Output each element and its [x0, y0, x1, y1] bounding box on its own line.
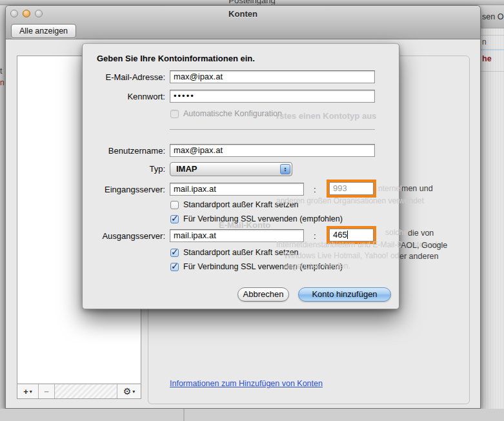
- background-left-edge: t n: [0, 5, 5, 421]
- email-input[interactable]: max@ipax.at: [170, 70, 375, 83]
- account-type-popup[interactable]: IMAP ▲▼: [170, 162, 292, 176]
- add-account-dialog: Geben Sie Ihre Kontoinformationen ein. E…: [82, 43, 399, 309]
- incoming-port-separator: :: [314, 185, 316, 194]
- outgoing-port-highlight: 465: [327, 226, 376, 244]
- outgoing-port-input[interactable]: 465: [329, 229, 374, 241]
- incoming-override-port-checkbox[interactable]: [170, 201, 179, 209]
- password-label: Kennwort:: [83, 92, 165, 101]
- action-menu-button[interactable]: ⚙ ▾: [117, 384, 141, 398]
- incoming-port-highlight: 993: [327, 180, 376, 198]
- incoming-override-port-label: Standardport außer Kraft setzen: [183, 200, 299, 209]
- incoming-server-input[interactable]: mail.ipax.at: [170, 183, 304, 196]
- outgoing-ssl-checkbox[interactable]: [170, 263, 179, 271]
- outgoing-server-label: Ausgangsserver:: [83, 231, 165, 241]
- right-edge-text-fragment: sen O: [482, 12, 503, 21]
- password-input[interactable]: •••••: [170, 90, 375, 103]
- incoming-ssl-row[interactable]: Für Verbindung SSL verwenden (empfohlen): [170, 214, 343, 223]
- background-right-edge: sen O n he: [481, 5, 504, 421]
- auto-config-checkbox[interactable]: [170, 110, 179, 118]
- outgoing-server-input[interactable]: mail.ipax.at: [170, 229, 304, 242]
- account-type-value: IMAP: [176, 164, 197, 174]
- right-edge-divider: [481, 49, 504, 50]
- right-edge-divider: [481, 35, 504, 36]
- outgoing-override-port-checkbox[interactable]: [170, 249, 179, 257]
- add-account-button[interactable]: + ▾: [17, 384, 39, 398]
- minus-icon: −: [44, 387, 49, 396]
- dialog-heading: Geben Sie Ihre Kontoinformationen ein.: [97, 54, 255, 63]
- show-all-button[interactable]: Alle anzeigen: [11, 24, 76, 38]
- accounts-list-toolbar: + ▾ − ⚙ ▾: [17, 384, 141, 399]
- add-accounts-info-link[interactable]: Informationen zum Hinzufügen von Konten: [170, 379, 323, 388]
- incoming-override-port-row[interactable]: Standardport außer Kraft setzen: [170, 200, 299, 209]
- outgoing-port-separator: :: [314, 231, 316, 241]
- remove-account-button[interactable]: −: [39, 384, 55, 398]
- text-caret: [347, 231, 348, 239]
- type-label: Typ:: [83, 164, 165, 174]
- screen: Posteingang t n sen O n he Konten Alle a…: [0, 0, 504, 421]
- separator: [170, 129, 375, 130]
- right-edge-text-fragment: he: [482, 54, 492, 63]
- outgoing-override-port-label: Standardport außer Kraft setzen: [183, 248, 299, 257]
- titlebar[interactable]: Konten Alle anzeigen: [6, 6, 480, 39]
- incoming-port-input[interactable]: 993: [329, 182, 374, 195]
- incoming-ssl-label: Für Verbindung SSL verwenden (empfohlen): [183, 214, 343, 223]
- left-edge-text-fragment: t: [0, 67, 2, 76]
- auto-config-label: Automatische Konfiguration: [183, 109, 282, 118]
- incoming-ssl-checkbox[interactable]: [170, 215, 179, 223]
- desktop-strip: [0, 409, 504, 421]
- auto-config-checkbox-row[interactable]: Automatische Konfiguration: [170, 109, 282, 118]
- outgoing-ssl-row[interactable]: Für Verbindung SSL verwenden (empfohlen): [170, 262, 343, 271]
- right-edge-divider: [481, 71, 504, 72]
- add-account-button[interactable]: Konto hinzufügen: [298, 287, 391, 302]
- background-titlebar: Posteingang: [0, 0, 504, 5]
- email-label: E-Mail-Adresse:: [83, 72, 165, 82]
- right-edge-text-fragment: n: [482, 37, 487, 46]
- username-label: Benutzername:: [83, 146, 165, 156]
- window-title: Konten: [6, 9, 480, 19]
- gear-icon: ⚙: [123, 387, 132, 396]
- desktop-line: [183, 409, 185, 421]
- chevron-down-icon: ▾: [132, 389, 135, 395]
- cancel-button[interactable]: Abbrechen: [237, 287, 289, 302]
- plus-icon: +: [23, 387, 28, 396]
- left-edge-text-fragment: n: [0, 78, 5, 87]
- popup-stepper-icon: ▲▼: [280, 164, 290, 174]
- background-window-title: Posteingang: [0, 0, 504, 5]
- username-input[interactable]: max@ipax.at: [170, 144, 375, 157]
- chevron-down-icon: ▾: [30, 389, 32, 395]
- toolbar-filler: [55, 384, 117, 398]
- outgoing-ssl-label: Für Verbindung SSL verwenden (empfohlen): [183, 262, 343, 271]
- outgoing-override-port-row[interactable]: Standardport außer Kraft setzen: [170, 248, 299, 257]
- incoming-server-label: Eingangsserver:: [83, 185, 165, 194]
